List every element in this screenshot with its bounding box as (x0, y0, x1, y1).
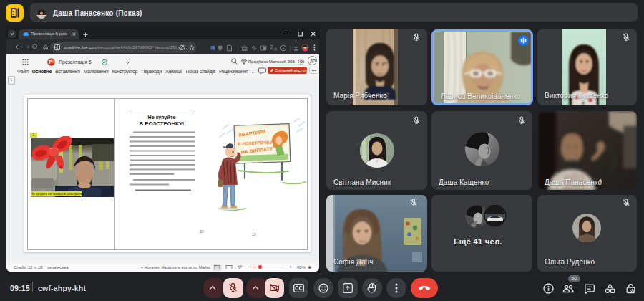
svg-text:P: P (49, 59, 52, 65)
